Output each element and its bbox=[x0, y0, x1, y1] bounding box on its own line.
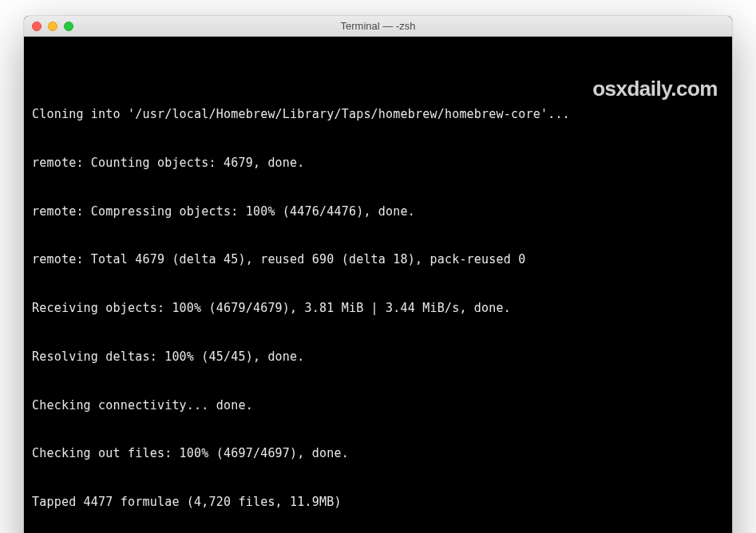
output-line: Checking out files: 100% (4697/4697), do… bbox=[32, 445, 724, 461]
close-icon[interactable] bbox=[32, 22, 42, 31]
traffic-lights bbox=[24, 22, 73, 31]
watermark: osxdaily.com bbox=[592, 75, 718, 103]
output-line: Cloning into '/usr/local/Homebrew/Librar… bbox=[32, 106, 724, 122]
output-line: Receiving objects: 100% (4679/4679), 3.8… bbox=[32, 300, 724, 316]
zoom-icon[interactable] bbox=[64, 22, 73, 31]
output-line: Resolving deltas: 100% (45/45), done. bbox=[32, 349, 724, 365]
output-line: remote: Total 4679 (delta 45), reused 69… bbox=[32, 251, 724, 267]
output-line: Tapped 4477 formulae (4,720 files, 11.9M… bbox=[32, 494, 724, 510]
window-title: Terminal — -zsh bbox=[24, 20, 732, 32]
terminal-window: Terminal — -zsh osxdaily.com Cloning int… bbox=[24, 16, 732, 533]
minimize-icon[interactable] bbox=[48, 22, 57, 31]
output-line: remote: Compressing objects: 100% (4476/… bbox=[32, 203, 724, 219]
output-line: Checking connectivity... done. bbox=[32, 397, 724, 413]
titlebar[interactable]: Terminal — -zsh bbox=[24, 16, 732, 37]
terminal-body[interactable]: osxdaily.com Cloning into '/usr/local/Ho… bbox=[24, 37, 732, 533]
output-line: remote: Counting objects: 4679, done. bbox=[32, 155, 724, 171]
